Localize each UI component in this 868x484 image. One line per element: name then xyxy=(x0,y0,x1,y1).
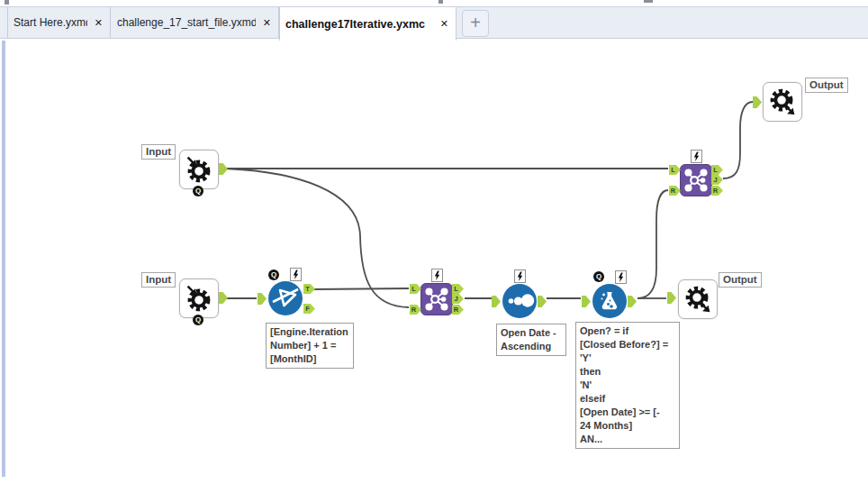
macro-output-tool-top[interactable] xyxy=(763,82,802,122)
close-icon[interactable]: ✕ xyxy=(440,18,448,30)
tool-label-output[interactable]: Output xyxy=(719,272,762,288)
macro-output-tool-bottom[interactable] xyxy=(678,279,718,319)
annotation-filter[interactable]: [Engine.Iteration Number] + 1 = [MonthID… xyxy=(266,323,354,369)
join-nodes-icon xyxy=(681,165,711,196)
lightning-badge xyxy=(514,269,526,283)
lightning-bolt-icon xyxy=(292,269,300,280)
anchor-letter: R xyxy=(711,186,719,196)
join-tool-top-right[interactable]: L R L J R xyxy=(680,164,712,196)
filter-funnel-icon xyxy=(268,281,303,315)
anchor-letter: R xyxy=(452,305,460,315)
lightning-badge xyxy=(691,150,702,163)
anchor-letter: L xyxy=(452,284,460,294)
macro-output-gear-icon xyxy=(764,83,801,121)
lightning-badge xyxy=(290,268,302,281)
tool-label-output[interactable]: Output xyxy=(805,78,848,93)
anchor-letter: J xyxy=(452,294,460,304)
connection-input1-to-join1-R[interactable] xyxy=(223,169,409,307)
new-tab-button[interactable]: + xyxy=(462,10,489,37)
question-anchor-badge: Q xyxy=(193,315,203,325)
join-tool-middle[interactable]: L R L J R xyxy=(420,283,453,315)
lightning-badge xyxy=(615,270,627,284)
connection-layer xyxy=(0,39,868,484)
anchor-letter: J xyxy=(711,175,719,185)
macro-input-gear-icon xyxy=(180,151,218,188)
anchor-letter: L xyxy=(711,165,719,175)
question-anchor-badge: Q xyxy=(193,186,203,196)
join-nodes-icon xyxy=(421,284,452,315)
lightning-bolt-icon xyxy=(617,272,625,283)
lightning-bolt-icon xyxy=(692,151,701,162)
question-anchor-badge: Q xyxy=(593,271,604,282)
formula-flask-icon xyxy=(592,284,627,318)
macro-output-gear-icon xyxy=(679,280,717,318)
macro-input-tool-top[interactable]: Q xyxy=(179,150,219,189)
toolbar-fragment xyxy=(439,0,443,4)
document-tab-bar: Start Here.yxmd ✕ challenge_17_start_fil… xyxy=(0,6,868,39)
anchor-letter: R xyxy=(410,305,418,315)
tab-label: Start Here.yxmd xyxy=(14,16,87,29)
formula-tool[interactable]: Q xyxy=(592,284,627,318)
anchor-letter: L xyxy=(669,165,677,175)
macro-input-tool-bottom[interactable]: Q xyxy=(179,279,219,318)
anchor-letter: T xyxy=(303,284,312,294)
sort-tool[interactable] xyxy=(502,284,537,318)
lightning-bolt-icon xyxy=(516,271,524,282)
tab-challenge-17-start-file[interactable]: challenge_17_start_file.yxmd* ✕ xyxy=(112,7,279,38)
close-icon[interactable]: ✕ xyxy=(95,17,103,29)
close-icon[interactable]: ✕ xyxy=(263,17,271,29)
tab-label: challenge_17_start_file.yxmd* xyxy=(117,16,256,29)
sort-dots-icon xyxy=(502,284,537,318)
anchor-letter: F xyxy=(303,304,312,314)
anchor-letter: R xyxy=(669,186,677,196)
tab-challenge17iterative[interactable]: challenge17Iterative.yxmc ✕ xyxy=(279,7,457,41)
connection-filter-T-to-join1-L[interactable] xyxy=(313,288,409,289)
lightning-badge xyxy=(431,269,443,282)
anchor-letter: L xyxy=(410,284,418,294)
lightning-bolt-icon xyxy=(433,270,441,281)
toolbar-fragment xyxy=(644,0,653,3)
tool-label-input[interactable]: Input xyxy=(141,144,176,160)
annotation-sort[interactable]: Open Date - Ascending xyxy=(496,324,566,356)
connection-formula-to-join2-R[interactable] xyxy=(637,190,668,298)
connection-join2-J-to-output1[interactable] xyxy=(723,102,753,178)
workflow-canvas[interactable]: Input Q Input Q xyxy=(0,39,868,484)
question-anchor-badge: Q xyxy=(268,269,279,280)
annotation-formula[interactable]: Open? = if [Closed Before?] = 'Y' then '… xyxy=(575,322,680,449)
macro-input-gear-icon xyxy=(180,279,218,317)
tool-label-input[interactable]: Input xyxy=(141,272,176,288)
tab-label: challenge17Iterative.yxmc xyxy=(285,18,433,31)
toolbar-fragment xyxy=(5,0,9,5)
tab-start-here[interactable]: Start Here.yxmd ✕ xyxy=(7,7,111,38)
filter-tool[interactable]: T F Q xyxy=(268,281,303,315)
